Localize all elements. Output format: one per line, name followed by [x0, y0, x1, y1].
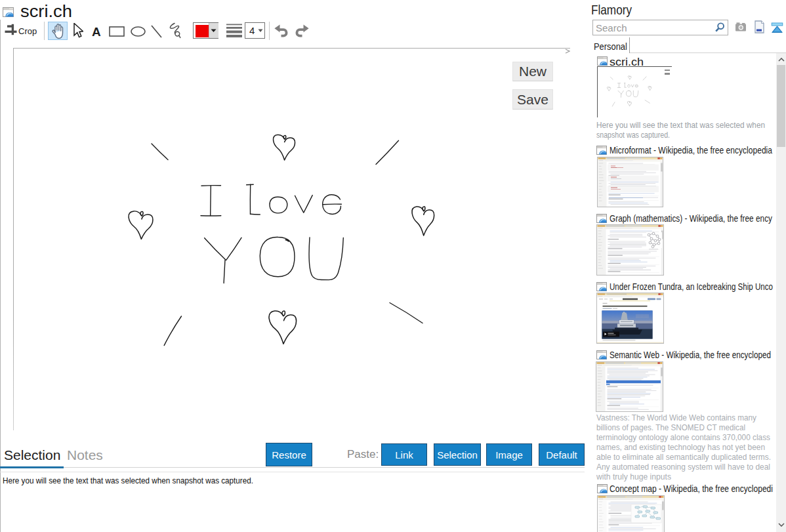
svg-text:names, and existing technology: names, and existing technology has not y… [596, 442, 765, 452]
svg-text:with truly huge inputs: with truly huge inputs [596, 472, 671, 481]
svg-text:Here you will see the text tha: Here you will see the text that was sele… [596, 120, 765, 130]
svg-text:Here you will see the text tha: Here you will see the text that was sele… [3, 476, 253, 485]
svg-text:able to eliminate all semantic: able to eliminate all semantically dupli… [596, 452, 771, 462]
svg-text:snapshot was captured.: snapshot was captured. [596, 130, 670, 140]
svg-text:Concept map - Wikipedia, the f: Concept map - Wikipedia, the free encycl… [610, 483, 773, 494]
svg-text:Graph (mathematics) - Wikipedi: Graph (mathematics) - Wikipedia, the fre… [610, 213, 772, 224]
svg-text:scri.ch: scri.ch [20, 3, 72, 20]
svg-text:Microformat - Wikipedia, the f: Microformat - Wikipedia, the free encycl… [610, 144, 773, 155]
svg-text:billions of pages. The SNOMED: billions of pages. The SNOMED CT medical [596, 422, 745, 432]
svg-text:Vastness: The World Wide Web c: Vastness: The World Wide Web contains ma… [596, 413, 756, 422]
svg-text:Any automated reasoning system: Any automated reasoning system will have… [596, 462, 770, 472]
svg-text:Under Frozen Tundra, an Icebre: Under Frozen Tundra, an Icebreaking Ship… [610, 281, 773, 292]
svg-text:Semantic Web - Wikipedia, the: Semantic Web - Wikipedia, the free encyc… [610, 349, 771, 360]
svg-text:terminology ontology alone con: terminology ontology alone contains 370,… [596, 432, 770, 442]
svg-text:Flamory: Flamory [591, 3, 632, 17]
